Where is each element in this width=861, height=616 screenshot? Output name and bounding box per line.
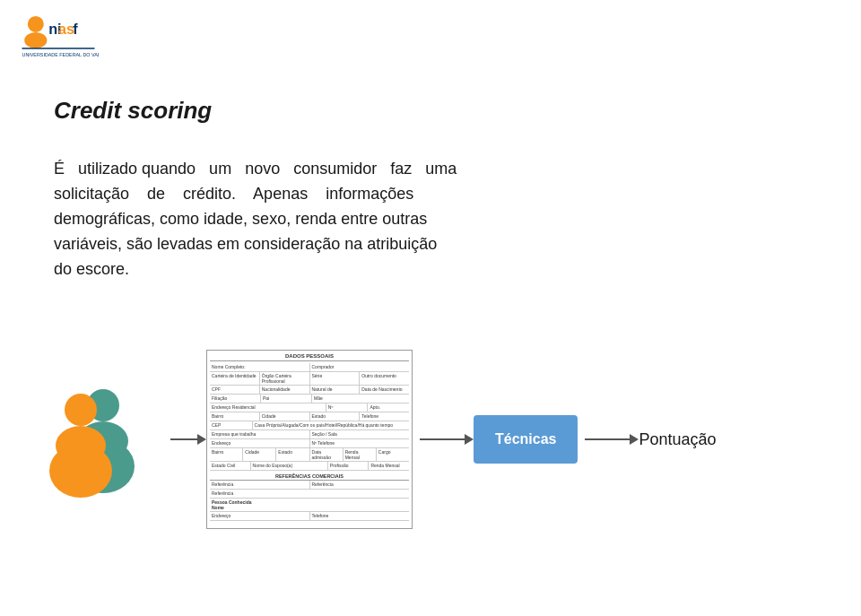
arrow-2	[420, 434, 474, 445]
svg-point-1	[24, 32, 47, 48]
page-title: Credit scoring	[54, 97, 212, 125]
svg-text:f: f	[73, 21, 78, 37]
arrow-3	[585, 434, 639, 445]
paragraph-1: É utilizado quando um novo consumidor fa…	[54, 160, 457, 278]
pontuacao-label: Pontuação	[639, 430, 716, 449]
person-front-icon	[40, 390, 121, 498]
svg-point-0	[28, 16, 44, 32]
body-text: É utilizado quando um novo consumidor fa…	[54, 157, 825, 282]
diagram-area: DADOS PESSOAIS Nome Completo: Comprador …	[36, 350, 843, 529]
svg-text:UNIVERSIDADE FEDERAL DO VALE D: UNIVERSIDADE FEDERAL DO VALE DO SÃO FRAN…	[22, 52, 100, 57]
svg-text:as: as	[58, 21, 74, 37]
svg-point-10	[65, 394, 97, 426]
svg-point-12	[56, 426, 106, 465]
people-group	[36, 381, 161, 498]
form-document: DADOS PESSOAIS Nome Completo: Comprador …	[206, 350, 413, 529]
tecnicas-box: Técnicas	[474, 415, 578, 464]
tecnicas-label: Técnicas	[495, 431, 556, 447]
arrow-1	[170, 434, 206, 445]
logo: ni as f UNIVERSIDADE FEDERAL DO VALE DO …	[18, 9, 99, 66]
